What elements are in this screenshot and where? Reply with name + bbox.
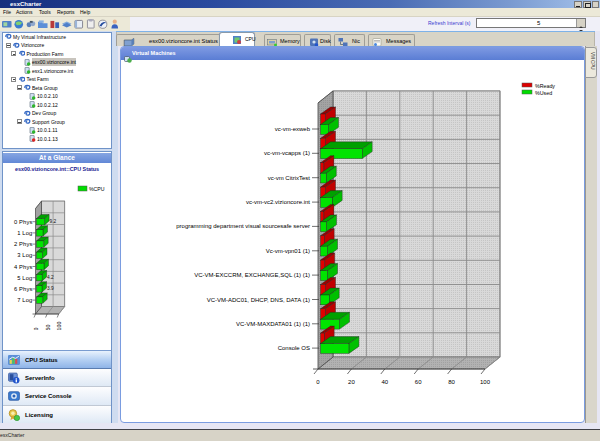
svg-text:20: 20	[348, 379, 355, 385]
svg-text:9.2: 9.2	[50, 219, 57, 224]
svg-text:3 Log: 3 Log	[17, 252, 32, 258]
svg-text:Console OS: Console OS	[278, 345, 310, 351]
svg-text:80: 80	[448, 379, 455, 385]
svg-text:4 Phys: 4 Phys	[14, 264, 33, 270]
svg-text:40: 40	[381, 379, 388, 385]
svg-text:%CPU: %CPU	[89, 186, 105, 192]
svg-text:%Ready: %Ready	[535, 83, 555, 89]
svg-text:vc-vm-exweb: vc-vm-exweb	[275, 126, 311, 132]
svg-text:%Used: %Used	[535, 90, 552, 96]
svg-text:50: 50	[45, 325, 51, 331]
svg-text:100: 100	[56, 322, 62, 331]
svg-text:5 Log: 5 Log	[17, 275, 32, 281]
svg-text:60: 60	[415, 379, 422, 385]
svg-text:6 Phys: 6 Phys	[14, 286, 33, 292]
svg-text:2 Phys: 2 Phys	[14, 241, 33, 247]
svg-text:100: 100	[480, 379, 491, 385]
svg-text:0: 0	[33, 328, 39, 331]
svg-text:programming department visual: programming department visual sourcesafe…	[176, 223, 310, 229]
svg-text:3.9: 3.9	[47, 286, 54, 291]
svg-text:VC-VM-EXCCRM, EXCHANGE,SQL (1): VC-VM-EXCCRM, EXCHANGE,SQL (1) (1)	[194, 272, 310, 278]
svg-text:0: 0	[316, 379, 320, 385]
svg-text:VC-VM-ADC01, DHCP, DNS, DATA (: VC-VM-ADC01, DHCP, DNS, DATA (1)	[207, 297, 310, 303]
svg-text:vc-vm-vcapps (1): vc-vm-vcapps (1)	[264, 150, 310, 156]
svg-text:7 Log: 7 Log	[17, 297, 32, 303]
svg-text:1 Log: 1 Log	[17, 230, 32, 236]
svg-text:0 Phys: 0 Phys	[14, 219, 33, 225]
svg-text:vc-vm CitrixTest: vc-vm CitrixTest	[268, 175, 311, 181]
svg-text:VC-VM-MAXDATA01 (1) (1): VC-VM-MAXDATA01 (1) (1)	[236, 321, 310, 327]
svg-text:4.2: 4.2	[47, 275, 54, 280]
svg-text:Vc-vm-vpn01 (1): Vc-vm-vpn01 (1)	[266, 248, 310, 254]
svg-text:vc-vm-vc2.vizioncore.int: vc-vm-vc2.vizioncore.int	[246, 199, 310, 205]
